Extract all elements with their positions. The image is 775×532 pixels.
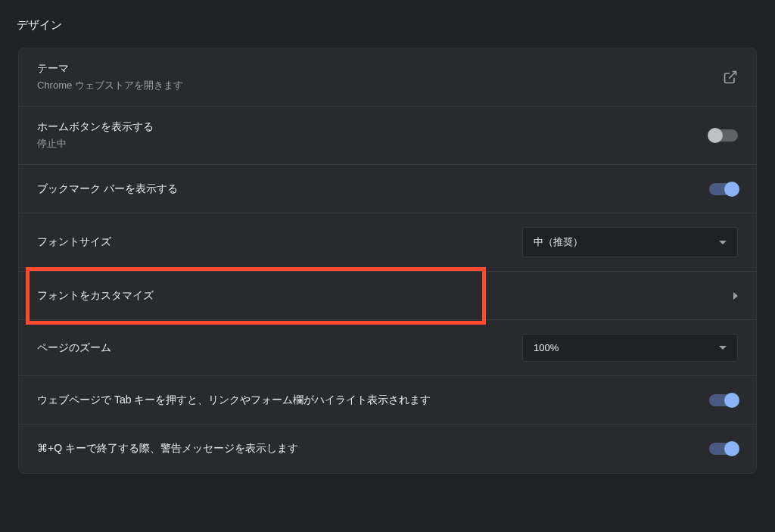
row-font-size-label: フォントサイズ — [37, 235, 111, 249]
external-link-icon — [708, 70, 738, 85]
row-quit-warning-title: ⌘+Q キーで終了する際、警告メッセージを表示します — [37, 442, 298, 456]
row-bookmarks-bar-label: ブックマーク バーを表示する — [37, 182, 178, 196]
home-button-toggle[interactable] — [709, 129, 738, 142]
row-bookmarks-bar: ブックマーク バーを表示する — [19, 165, 756, 213]
row-theme[interactable]: テーマ Chrome ウェブストアを開きます — [19, 48, 756, 107]
arrow-right-icon — [708, 292, 738, 300]
row-home-button-sub: 停止中 — [37, 137, 154, 151]
caret-down-icon — [719, 241, 727, 244]
toggle-knob-icon — [724, 182, 739, 197]
row-customize-fonts-title: フォントをカスタマイズ — [37, 289, 154, 303]
row-home-button-title: ホームボタンを表示する — [37, 120, 154, 134]
page-zoom-value: 100% — [534, 342, 559, 353]
toggle-knob-icon — [724, 393, 739, 408]
bookmarks-bar-toggle[interactable] — [709, 183, 738, 195]
row-home-button: ホームボタンを表示する 停止中 — [19, 107, 756, 165]
row-home-button-label: ホームボタンを表示する 停止中 — [37, 120, 154, 151]
toggle-knob-icon — [708, 128, 723, 143]
row-quit-warning: ⌘+Q キーで終了する際、警告メッセージを表示します — [19, 425, 756, 473]
tab-highlight-toggle[interactable] — [709, 394, 738, 406]
row-tab-highlight-label: ウェブページで Tab キーを押すと、リンクやフォーム欄がハイライト表示されます — [37, 394, 431, 407]
font-size-select[interactable]: 中（推奨） — [522, 227, 738, 257]
row-font-size-title: フォントサイズ — [37, 235, 111, 249]
row-theme-label: テーマ Chrome ウェブストアを開きます — [37, 62, 183, 92]
svg-line-0 — [729, 72, 736, 79]
settings-card: テーマ Chrome ウェブストアを開きます ホームボタンを表示する 停止中 ブ… — [18, 48, 757, 474]
row-theme-sub: Chrome ウェブストアを開きます — [37, 79, 183, 92]
row-customize-fonts[interactable]: フォントをカスタマイズ — [19, 272, 756, 320]
row-quit-warning-label: ⌘+Q キーで終了する際、警告メッセージを表示します — [37, 442, 298, 456]
page-zoom-select[interactable]: 100% — [522, 334, 738, 362]
row-bookmarks-bar-title: ブックマーク バーを表示する — [37, 182, 178, 196]
toggle-knob-icon — [724, 441, 739, 456]
font-size-value: 中（推奨） — [534, 235, 583, 249]
row-theme-title: テーマ — [37, 62, 183, 76]
quit-warning-toggle[interactable] — [709, 443, 738, 455]
row-tab-highlight: ウェブページで Tab キーを押すと、リンクやフォーム欄がハイライト表示されます — [19, 376, 756, 425]
row-page-zoom-title: ページのズーム — [37, 341, 111, 355]
row-tab-highlight-title: ウェブページで Tab キーを押すと、リンクやフォーム欄がハイライト表示されます — [37, 394, 431, 407]
row-page-zoom-label: ページのズーム — [37, 341, 111, 355]
row-page-zoom: ページのズーム 100% — [19, 320, 756, 376]
section-title: デザイン — [0, 0, 775, 48]
row-font-size: フォントサイズ 中（推奨） — [19, 213, 756, 272]
caret-down-icon — [719, 346, 727, 350]
row-customize-fonts-label: フォントをカスタマイズ — [37, 289, 154, 303]
